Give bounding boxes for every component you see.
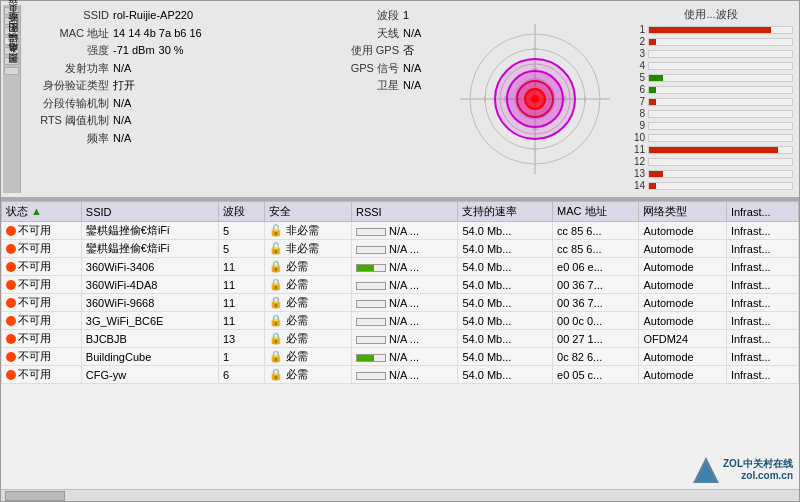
- table-row[interactable]: 不可用鑾粠鎾挫偷€焙iFi5🔓 非必需 N/A ...54.0 Mb...cc …: [2, 240, 799, 258]
- table-row[interactable]: 不可用CFG-yw6🔒 必需 N/A ...54.0 Mb...e0 05 c.…: [2, 366, 799, 384]
- signal-fill: [357, 265, 374, 271]
- table-row[interactable]: 不可用BJCBJB13🔒 必需 N/A ...54.0 Mb...00 27 1…: [2, 330, 799, 348]
- col-ssid[interactable]: SSID: [81, 202, 218, 222]
- cell-nettype: Automode: [639, 240, 726, 258]
- ssid-value: rol-Ruijie-AP220: [113, 7, 193, 24]
- tab-scene[interactable]: 图景: [4, 67, 19, 75]
- channel-num-label: 9: [629, 120, 645, 131]
- cell-speed: 54.0 Mb...: [458, 294, 553, 312]
- freq-label: 频率: [29, 130, 109, 147]
- tab-error[interactable]: 错误: [4, 47, 19, 55]
- mac-value: 14 14 4b 7a b6 16: [113, 25, 202, 42]
- col-speed[interactable]: 支持的速率: [458, 202, 553, 222]
- cell-infra: Infrast...: [726, 258, 798, 276]
- tab-graph[interactable]: 图一: [4, 37, 19, 45]
- cell-security: 🔒 必需: [264, 348, 351, 366]
- tab-home[interactable]: 主页: [4, 17, 19, 25]
- radar-svg: [455, 19, 615, 179]
- frag-label: 分段传输机制: [29, 95, 109, 112]
- channel-bar-row: 1: [629, 24, 793, 35]
- table-row[interactable]: 不可用BuildingCube1🔒 必需 N/A ...54.0 Mb...0c…: [2, 348, 799, 366]
- rts-row: RTS 阈值机制 N/A: [29, 112, 311, 129]
- tab-diag[interactable]: 诊断: [4, 27, 19, 35]
- tab-whitelist[interactable]: 白名单: [4, 57, 19, 65]
- antenna-row: 天线 N/A: [319, 25, 441, 42]
- lock-icon: 🔒: [269, 296, 286, 308]
- signal-bar: [356, 264, 386, 272]
- tab-scan[interactable]: 扫描: [4, 7, 19, 15]
- channel-bar-fill: [649, 147, 778, 153]
- bottom-wrapper: 状态 ▲ SSID 波段 安全 RSSI 支持的速率 MAC 地址 网络类型 I…: [1, 201, 799, 501]
- red-dot-icon: [6, 226, 16, 236]
- cell-channel: 13: [218, 330, 264, 348]
- col-security[interactable]: 安全: [264, 202, 351, 222]
- channel-bar-fill: [649, 75, 663, 81]
- channel-num-label: 5: [629, 72, 645, 83]
- channel-bar-bg: [648, 62, 793, 70]
- cell-security: 🔒 必需: [264, 258, 351, 276]
- strength-label: 强度: [29, 42, 109, 59]
- col-infra[interactable]: Infrast...: [726, 202, 798, 222]
- cell-ssid: 360WiFi-4DA8: [81, 276, 218, 294]
- mac-row: MAC 地址 14 14 4b 7a b6 16: [29, 25, 311, 42]
- channel-bar-bg: [648, 26, 793, 34]
- channel-bar-bg: [648, 38, 793, 46]
- antenna-label: 天线: [319, 25, 399, 42]
- cell-status: 不可用: [2, 294, 82, 312]
- cell-security: 🔒 必需: [264, 276, 351, 294]
- cell-status: 不可用: [2, 222, 82, 240]
- channel-num-label: 14: [629, 180, 645, 191]
- table-row[interactable]: 不可用360WiFi-340611🔒 必需 N/A ...54.0 Mb...e…: [2, 258, 799, 276]
- cell-ssid: BuildingCube: [81, 348, 218, 366]
- table-row[interactable]: 不可用3G_WiFi_BC6E11🔒 必需 N/A ...54.0 Mb...0…: [2, 312, 799, 330]
- cell-status: 不可用: [2, 312, 82, 330]
- tx-value: N/A: [113, 60, 131, 77]
- channel-bar-bg: [648, 158, 793, 166]
- channel-num-label: 3: [629, 48, 645, 59]
- col-rssi[interactable]: RSSI: [351, 202, 457, 222]
- frag-value: N/A: [113, 95, 131, 112]
- channel-num-label: 8: [629, 108, 645, 119]
- cell-ssid: 鑾粠鎾挫偷€焙iFi: [81, 222, 218, 240]
- left-tabs: 扫描 主页 诊断 图一 错误 白名单 图景: [3, 5, 21, 193]
- col-status[interactable]: 状态 ▲: [2, 202, 82, 222]
- scrollbar-thumb[interactable]: [5, 491, 65, 501]
- table-container[interactable]: 状态 ▲ SSID 波段 安全 RSSI 支持的速率 MAC 地址 网络类型 I…: [1, 201, 799, 489]
- channel-bar-bg: [648, 134, 793, 142]
- rts-label: RTS 阈值机制: [29, 112, 109, 129]
- col-channel[interactable]: 波段: [218, 202, 264, 222]
- channel-value: 1: [403, 7, 409, 24]
- cell-rssi: N/A ...: [351, 240, 457, 258]
- channel-bar-row: 9: [629, 120, 793, 131]
- cell-mac: 00 36 7...: [553, 294, 639, 312]
- channel-bar-bg: [648, 98, 793, 106]
- table-row[interactable]: 不可用360WiFi-966811🔒 必需 N/A ...54.0 Mb...0…: [2, 294, 799, 312]
- table-row[interactable]: 不可用鑾粠鎾挫偷€焙iFi5🔓 非必需 N/A ...54.0 Mb...cc …: [2, 222, 799, 240]
- red-dot-icon: [6, 298, 16, 308]
- channel-chart: 使用...波段 1234567891011121314: [625, 5, 797, 193]
- channel-chart-title: 使用...波段: [629, 7, 793, 22]
- strength-row: 强度 -71 dBm 30 %: [29, 42, 311, 59]
- bottom-panel: 状态 ▲ SSID 波段 安全 RSSI 支持的速率 MAC 地址 网络类型 I…: [1, 199, 799, 501]
- rts-value: N/A: [113, 112, 131, 129]
- cell-speed: 54.0 Mb...: [458, 312, 553, 330]
- channel-bar-bg: [648, 50, 793, 58]
- cell-infra: Infrast...: [726, 348, 798, 366]
- strength-pct: 30 %: [159, 42, 184, 59]
- cell-speed: 54.0 Mb...: [458, 330, 553, 348]
- signal-bar: [356, 228, 386, 236]
- gps-label: 使用 GPS: [319, 42, 399, 59]
- channel-bar-row: 12: [629, 156, 793, 167]
- horizontal-scrollbar[interactable]: [1, 489, 799, 501]
- col-mac[interactable]: MAC 地址: [553, 202, 639, 222]
- col-nettype[interactable]: 网络类型: [639, 202, 726, 222]
- cell-infra: Infrast...: [726, 294, 798, 312]
- cell-nettype: Automode: [639, 312, 726, 330]
- channel-bar-row: 10: [629, 132, 793, 143]
- cell-rssi: N/A ...: [351, 276, 457, 294]
- table-row[interactable]: 不可用360WiFi-4DA811🔒 必需 N/A ...54.0 Mb...0…: [2, 276, 799, 294]
- gps-row: 使用 GPS 否: [319, 42, 441, 59]
- cell-status: 不可用: [2, 348, 82, 366]
- satellite-value: N/A: [403, 77, 421, 94]
- cell-security: 🔒 必需: [264, 312, 351, 330]
